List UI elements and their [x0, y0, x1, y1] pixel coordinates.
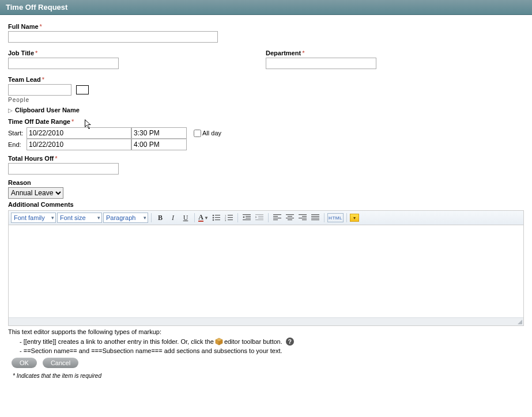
svg-rect-14: [246, 218, 251, 218]
required-footnote: * Indicates that the item is required: [13, 373, 524, 379]
italic-button[interactable]: I: [167, 213, 179, 223]
total-hours-label: Total Hours Off*: [8, 155, 524, 162]
toolbar-separator: [194, 213, 195, 222]
align-right-button[interactable]: [297, 213, 308, 223]
rich-text-editor: Font family Font size Paragraph B I U A▼…: [8, 210, 524, 326]
clipboard-user-name-label: Clipboard User Name: [15, 107, 80, 113]
svg-marker-21: [255, 216, 257, 218]
markup-help-line-1: - [[entry title]] creates a link to anot…: [20, 338, 524, 346]
comments-editor-area[interactable]: [9, 225, 523, 316]
svg-rect-29: [288, 219, 292, 220]
total-hours-input[interactable]: [8, 163, 119, 175]
svg-rect-12: [243, 214, 251, 215]
align-justify-button[interactable]: [310, 213, 321, 223]
reason-select[interactable]: Annual Leave: [8, 187, 63, 199]
align-justify-icon: [311, 214, 319, 221]
font-color-icon: A: [198, 214, 203, 222]
svg-rect-13: [246, 216, 251, 217]
svg-rect-37: [311, 219, 319, 220]
expand-icon: ▷: [8, 107, 13, 113]
svg-rect-30: [299, 214, 307, 215]
svg-rect-27: [288, 216, 292, 217]
toolbar-separator: [324, 213, 325, 222]
html-source-button[interactable]: HTML: [327, 213, 344, 222]
svg-rect-33: [302, 219, 307, 220]
svg-rect-24: [273, 218, 281, 218]
start-time-input[interactable]: [131, 127, 187, 139]
page-title: Time Off Request: [6, 3, 67, 12]
bullet-list-icon: [212, 214, 220, 221]
full-name-input[interactable]: [8, 31, 218, 43]
svg-rect-34: [311, 214, 319, 215]
team-lead-caption: People: [8, 97, 524, 103]
svg-rect-15: [243, 219, 251, 220]
svg-marker-16: [243, 216, 244, 218]
markup-help-line-2: - ==Section name== and ===Subsection nam…: [20, 347, 524, 354]
start-date-input[interactable]: [27, 127, 131, 139]
svg-rect-23: [273, 216, 278, 217]
svg-rect-19: [258, 218, 263, 218]
outdent-button[interactable]: [241, 213, 252, 223]
reason-label: Reason: [8, 179, 524, 186]
editor-resize-handle[interactable]: [9, 317, 523, 325]
start-label: Start:: [8, 130, 27, 137]
svg-rect-36: [311, 218, 319, 218]
department-input[interactable]: [266, 58, 376, 69]
ordered-list-button[interactable]: 1 2 3: [223, 213, 235, 223]
cancel-button[interactable]: Cancel: [43, 358, 78, 368]
toolbar-separator: [151, 213, 152, 222]
date-range-label: Time Off Date Range*: [8, 118, 524, 125]
align-left-icon: [273, 214, 281, 221]
paragraph-select[interactable]: Paragraph: [103, 213, 148, 223]
font-size-select[interactable]: Font size: [57, 213, 102, 223]
svg-rect-9: [228, 217, 233, 218]
toolbar-separator: [268, 213, 269, 222]
svg-point-2: [213, 217, 214, 219]
svg-rect-1: [215, 215, 220, 215]
all-day-checkbox-label[interactable]: All day: [191, 128, 221, 139]
align-center-button[interactable]: [284, 213, 296, 223]
department-label: Department*: [266, 50, 376, 56]
editor-toolbar: Font family Font size Paragraph B I U A▼…: [9, 211, 523, 225]
svg-rect-11: [228, 219, 233, 220]
ok-button[interactable]: OK: [12, 358, 37, 368]
full-name-label: Full Name*: [8, 23, 524, 30]
svg-rect-17: [255, 214, 263, 215]
comments-label: Additional Comments: [8, 201, 524, 208]
svg-rect-20: [255, 219, 263, 220]
svg-text:3: 3: [225, 219, 227, 221]
svg-point-4: [213, 219, 214, 221]
unordered-list-button[interactable]: [210, 213, 222, 223]
svg-rect-26: [286, 214, 294, 215]
svg-rect-35: [311, 216, 319, 217]
job-title-label: Job Title*: [8, 50, 119, 56]
indent-button[interactable]: [254, 213, 265, 223]
bold-button[interactable]: B: [154, 213, 166, 223]
indent-icon: [255, 214, 263, 221]
markup-help-intro: This text editor supports the following …: [8, 328, 524, 335]
help-icon[interactable]: ?: [286, 338, 294, 346]
job-title-input[interactable]: [8, 58, 119, 69]
team-lead-input[interactable]: [8, 84, 71, 96]
svg-rect-31: [302, 216, 307, 217]
font-color-button[interactable]: A▼: [198, 213, 209, 223]
box-icon: [215, 338, 223, 346]
toolbar-separator: [237, 213, 238, 222]
all-day-checkbox[interactable]: [194, 130, 201, 137]
end-date-input[interactable]: [27, 139, 131, 150]
more-tools-dropdown[interactable]: ▾: [350, 214, 359, 222]
align-right-icon: [299, 214, 307, 221]
outdent-icon: [243, 214, 251, 221]
svg-rect-7: [228, 215, 233, 215]
align-left-button[interactable]: [271, 213, 283, 223]
font-family-select[interactable]: Font family: [11, 213, 56, 223]
team-lead-label: Team Lead*: [8, 76, 524, 83]
svg-rect-32: [299, 218, 307, 218]
svg-rect-25: [273, 219, 278, 220]
team-lead-picker-button[interactable]: [76, 85, 89, 94]
underline-button[interactable]: U: [180, 213, 191, 223]
clipboard-user-name-toggle[interactable]: ▷ Clipboard User Name: [8, 107, 524, 113]
page-header: Time Off Request: [0, 0, 532, 15]
end-time-input[interactable]: [131, 139, 187, 150]
svg-rect-18: [258, 216, 263, 217]
